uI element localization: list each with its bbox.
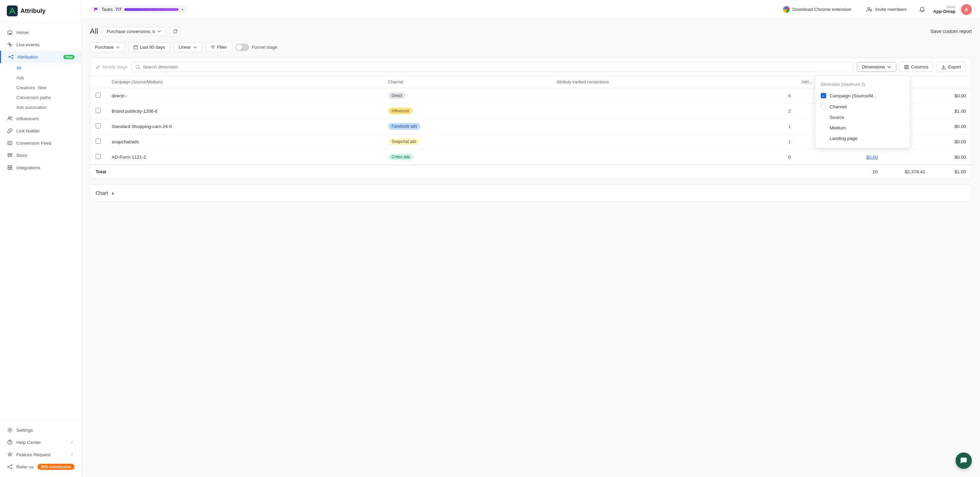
svg-point-4 xyxy=(12,55,13,56)
export-button[interactable]: Export xyxy=(936,62,966,72)
columns-label: Columns xyxy=(911,64,928,69)
chat-bubble[interactable] xyxy=(956,453,972,469)
conversions-link[interactable]: 6 xyxy=(788,93,791,98)
row-checkbox[interactable] xyxy=(95,154,101,159)
sidebar-item-influencers[interactable]: Influencers xyxy=(0,112,81,124)
home-icon xyxy=(7,29,13,35)
dim-item-landing-page[interactable]: Landing page xyxy=(815,133,910,144)
row-checkbox[interactable] xyxy=(95,123,101,128)
report-dropdown[interactable]: Purchase conversions, b xyxy=(102,27,165,36)
sidebar-item-influencers-label: Influencers xyxy=(16,116,39,121)
th-channel: Channel xyxy=(383,76,551,88)
sidebar-item-home-label: Home xyxy=(16,30,29,35)
sub-nav-ads[interactable]: Ads xyxy=(0,73,81,83)
table-toolbar: Modify stage Dimensions Columns xyxy=(90,58,972,76)
search-input[interactable] xyxy=(143,64,850,69)
svg-point-6 xyxy=(8,117,10,118)
sidebar: Attribuly Home Live events xyxy=(0,0,82,477)
sidebar-item-refer[interactable]: Refer us 20% commission xyxy=(0,461,81,473)
download-chrome-btn[interactable]: Download Chrome extension xyxy=(778,4,856,15)
row-checkbox[interactable] xyxy=(95,139,101,144)
svg-point-15 xyxy=(10,443,10,443)
dim-item-source[interactable]: Source xyxy=(815,112,910,123)
th-conversions: Attribuly tracked conversions xyxy=(551,76,796,88)
row-checkbox[interactable] xyxy=(95,93,101,98)
sidebar-item-integrations[interactable]: Integrations xyxy=(0,161,81,174)
row-attrib: $0.00 xyxy=(796,150,883,165)
dimensions-button[interactable]: Dimensions xyxy=(857,62,896,72)
row-checkbox-cell xyxy=(90,134,106,150)
page-title: All xyxy=(90,27,98,36)
conversions-link[interactable]: 2 xyxy=(788,108,791,114)
refresh-button[interactable] xyxy=(170,26,181,37)
integrations-icon xyxy=(7,164,13,171)
funnel-stage-label: Funnel stage xyxy=(252,45,277,50)
sidebar-item-feature-request[interactable]: Feature Request ↗ xyxy=(0,448,81,461)
row-channel: Direct xyxy=(383,88,551,104)
conversions-link[interactable]: 1 xyxy=(788,124,791,129)
search-box[interactable] xyxy=(131,62,854,72)
row-checkbox[interactable] xyxy=(95,108,101,113)
attribution-dropdown-icon xyxy=(193,45,197,49)
total-label: Total xyxy=(95,169,232,174)
calendar-icon xyxy=(134,45,138,49)
dim-item-campaign[interactable]: Campaign (Source/M... xyxy=(815,90,910,101)
dim-item-channel[interactable]: Channel xyxy=(815,101,910,112)
sidebar-item-help[interactable]: Help Center ↗ xyxy=(0,436,81,448)
conversions-link[interactable]: 1 xyxy=(788,139,791,144)
chart-header[interactable]: Chart ▲ xyxy=(95,190,966,196)
tasks-pill[interactable]: Tasks 7/7 ▾ xyxy=(90,5,188,13)
sidebar-item-integrations-label: Integrations xyxy=(16,165,40,170)
row-campaign: snapchat/ads xyxy=(106,134,383,150)
svg-point-3 xyxy=(8,56,10,57)
columns-icon xyxy=(904,65,909,69)
funnel-toggle-switch[interactable] xyxy=(235,43,249,51)
sub-nav-conversion-paths[interactable]: Conversion paths xyxy=(0,93,81,102)
notifications-btn[interactable] xyxy=(917,4,928,15)
sidebar-item-live-events[interactable]: Live events xyxy=(0,38,81,51)
feature-request-label: Feature Request xyxy=(16,452,51,457)
svg-rect-11 xyxy=(8,168,10,169)
modify-stage-button[interactable]: Modify stage xyxy=(95,64,127,69)
row-campaign: Standard Shopping-cam-24-0 xyxy=(106,119,383,134)
bell-icon xyxy=(919,6,925,13)
attribuly-logo-icon xyxy=(7,5,18,16)
user-avatar[interactable]: A xyxy=(961,4,972,15)
sidebar-item-settings[interactable]: Settings xyxy=(0,424,81,436)
dropdown-chevron-icon xyxy=(157,29,161,34)
sidebar-item-link-builder[interactable]: Link builder xyxy=(0,124,81,137)
sub-nav-all[interactable]: All xyxy=(0,63,81,73)
row-checkbox-cell xyxy=(90,104,106,119)
date-range-filter[interactable]: Last 90 days xyxy=(128,42,170,52)
sidebar-item-attribution[interactable]: Attribution New xyxy=(0,51,81,63)
sub-nav-creatives[interactable]: Creatives New xyxy=(0,83,81,93)
dim-label-landing-page: Landing page xyxy=(830,136,858,141)
sidebar-item-link-builder-label: Link builder xyxy=(16,128,40,134)
sub-nav-ads-automation[interactable]: Ads automation xyxy=(0,102,81,112)
row-conversions: 1 xyxy=(551,134,796,150)
attrib-link[interactable]: $0.00 xyxy=(866,155,878,160)
svg-rect-24 xyxy=(907,65,908,69)
filter-label: Filter xyxy=(217,45,227,50)
conversions-link[interactable]: 0 xyxy=(788,155,791,160)
sidebar-item-home[interactable]: Home xyxy=(0,26,81,38)
external-link-icon: ↗ xyxy=(68,439,75,445)
funnel-stage-toggle[interactable]: Funnel stage xyxy=(235,43,277,51)
dim-dropdown-header: Dimension (maximum 2) xyxy=(815,80,910,90)
purchase-filter[interactable]: Purchase xyxy=(90,42,125,52)
attribution-model-filter[interactable]: Linear xyxy=(173,42,202,52)
sidebar-item-store[interactable]: Store xyxy=(0,149,81,161)
dim-item-medium[interactable]: Medium xyxy=(815,123,910,133)
columns-button[interactable]: Columns xyxy=(899,62,933,72)
dim-label-channel: Channel xyxy=(830,104,846,109)
sidebar-item-conversion-feed[interactable]: Conversion Feed xyxy=(0,137,81,149)
save-report-button[interactable]: Save custom report xyxy=(931,29,972,34)
channel-badge: Influencer xyxy=(388,108,413,115)
dim-checkbox-campaign xyxy=(821,93,826,98)
data-table-container: Modify stage Dimensions Columns xyxy=(90,57,972,179)
tasks-progress-bar xyxy=(124,8,179,11)
invite-members-btn[interactable]: Invite members xyxy=(862,5,911,14)
svg-rect-23 xyxy=(906,65,907,69)
svg-rect-22 xyxy=(904,65,906,69)
filter-button[interactable]: Filter xyxy=(205,42,232,52)
